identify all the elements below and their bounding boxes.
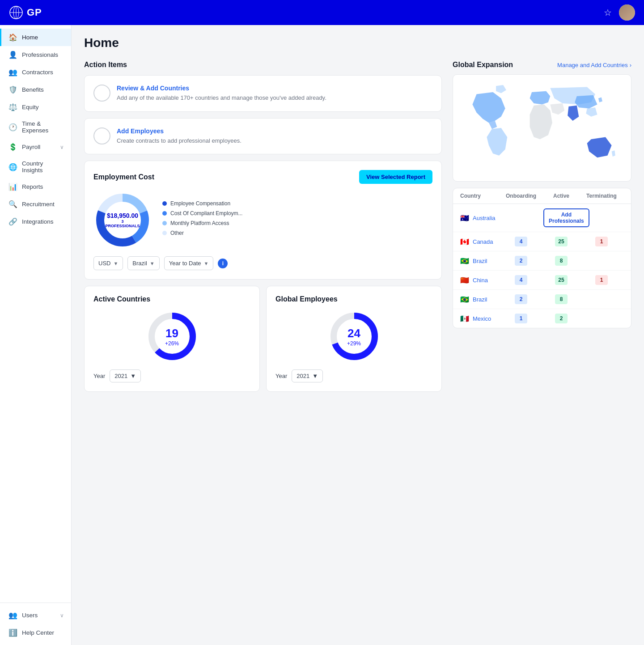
- sidebar-bottom: 👥 Users ∨ ℹ️ Help Center: [0, 603, 71, 641]
- active-countries-donut: 19 +26%: [145, 310, 199, 363]
- active-badge-brazil-2: 8: [555, 294, 568, 304]
- top-navigation: GP ☆: [0, 0, 644, 25]
- country-value: Brazil: [132, 260, 147, 267]
- professionals-icon: 👤: [8, 51, 17, 59]
- country-name-canada[interactable]: 🇨🇦 Canada: [460, 238, 499, 246]
- legend-item-3: Monthly Platform Access: [162, 220, 432, 226]
- active-badge-mexico: 2: [555, 314, 568, 323]
- country-name-australia[interactable]: 🇦🇺 Australia: [460, 214, 499, 222]
- country-table-header: Country Onboarding Active Terminating: [453, 188, 631, 204]
- legend-dot-4: [162, 231, 167, 235]
- flag-canada: 🇨🇦: [460, 238, 469, 246]
- view-report-button[interactable]: View Selected Report: [359, 170, 432, 184]
- col-onboarding: Onboarding: [499, 193, 543, 199]
- table-row: 🇲🇽 Mexico 1 2: [453, 309, 631, 328]
- active-china: 25: [543, 275, 579, 285]
- reports-icon: 📊: [8, 182, 17, 191]
- table-row: 🇨🇦 Canada 4 25 1: [453, 232, 631, 251]
- sidebar: 🏠 Home 👤 Professionals 👥 Contractors 🛡️ …: [0, 25, 72, 645]
- onboarding-canada: 4: [499, 237, 543, 246]
- country-table: Country Onboarding Active Terminating 🇦🇺…: [453, 188, 631, 328]
- employment-cost-dropdowns: USD ▼ Brazil ▼ Year to Date ▼ i: [93, 256, 432, 270]
- sidebar-item-payroll[interactable]: 💲 Payroll ∨: [0, 138, 71, 156]
- employment-cost-header: Employment Cost View Selected Report: [93, 170, 432, 184]
- main-content: Home Action Items Review & Add Countries…: [72, 25, 644, 645]
- add-professionals-button[interactable]: Add Professionals: [543, 208, 589, 227]
- onboarding-brazil-1: 2: [499, 256, 543, 266]
- manage-countries-link[interactable]: Manage and Add Countries ›: [557, 62, 631, 68]
- action-card-title-countries[interactable]: Review & Add Countries: [117, 85, 326, 92]
- sidebar-item-country-insights[interactable]: 🌐 Country Insights: [0, 156, 71, 178]
- terminating-china: 1: [579, 275, 624, 285]
- sidebar-item-recruitment[interactable]: 🔍 Recruitment: [0, 195, 71, 213]
- sidebar-item-professionals[interactable]: 👤 Professionals: [0, 46, 71, 64]
- country-insights-icon: 🌐: [8, 163, 17, 171]
- active-countries-title: Active Countries: [93, 295, 250, 303]
- time-expenses-icon: 🕐: [8, 123, 17, 132]
- terminating-badge-china: 1: [595, 275, 608, 285]
- onboarding-badge-brazil-2: 2: [515, 294, 527, 304]
- sidebar-item-equity[interactable]: ⚖️ Equity: [0, 98, 71, 116]
- legend-item-1: Employee Compensation: [162, 200, 432, 207]
- app-body: 🏠 Home 👤 Professionals 👥 Contractors 🛡️ …: [0, 25, 644, 645]
- legend-dot-2: [162, 211, 167, 216]
- global-employees-donut: 24 +29%: [327, 310, 381, 363]
- period-value: Year to Date: [169, 260, 201, 267]
- sidebar-item-users[interactable]: 👥 Users ∨: [0, 607, 71, 624]
- employment-cost-title: Employment Cost: [93, 173, 154, 181]
- legend-dot-1: [162, 201, 167, 206]
- logo[interactable]: GP: [9, 5, 42, 20]
- payroll-icon: 💲: [8, 143, 17, 151]
- country-dropdown[interactable]: Brazil ▼: [127, 256, 159, 270]
- info-button[interactable]: i: [218, 259, 228, 268]
- action-card-content-2: Add Employees Create contracts to add pr…: [117, 127, 242, 145]
- global-employees-change: +29%: [347, 340, 361, 347]
- action-card-content-1: Review & Add Countries Add any of the av…: [117, 85, 326, 102]
- active-mexico: 2: [543, 314, 579, 323]
- right-column: Global Expansion Manage and Add Countrie…: [453, 61, 631, 392]
- active-countries-year-select[interactable]: 2021 ▼: [110, 369, 141, 382]
- sidebar-item-help[interactable]: ℹ️ Help Center: [0, 624, 71, 641]
- world-map-svg: [460, 82, 624, 174]
- action-card-desc-countries: Add any of the available 170+ countries …: [117, 93, 326, 102]
- users-chevron-icon: ∨: [60, 612, 64, 619]
- active-badge-canada: 25: [555, 237, 568, 246]
- sidebar-item-reports[interactable]: 📊 Reports: [0, 178, 71, 195]
- col-country: Country: [460, 193, 499, 199]
- action-card-circle-2: [93, 127, 110, 144]
- home-icon: 🏠: [8, 33, 17, 42]
- onboarding-brazil-2: 2: [499, 294, 543, 304]
- avatar[interactable]: [619, 4, 635, 21]
- active-countries-year-row: Year 2021 ▼: [93, 369, 250, 382]
- table-row: 🇧🇷 Brazil 2 8: [453, 251, 631, 271]
- terminating-badge-canada: 1: [595, 237, 608, 246]
- country-name-mexico[interactable]: 🇲🇽 Mexico: [460, 314, 499, 323]
- equity-icon: ⚖️: [8, 103, 17, 111]
- currency-dropdown[interactable]: USD ▼: [93, 256, 123, 270]
- global-employees-year-label: Year: [275, 373, 287, 379]
- country-name-brazil-1[interactable]: 🇧🇷 Brazil: [460, 257, 499, 265]
- currency-value: USD: [98, 260, 110, 267]
- active-countries-year-label: Year: [93, 373, 105, 379]
- logo-icon: [9, 5, 23, 20]
- global-employees-year-select[interactable]: 2021 ▼: [292, 369, 323, 382]
- col-active: Active: [543, 193, 579, 199]
- period-dropdown[interactable]: Year to Date ▼: [164, 256, 214, 270]
- sidebar-item-integrations[interactable]: 🔗 Integrations: [0, 213, 71, 230]
- global-employees-donut-wrap: 24 +29%: [275, 310, 432, 363]
- legend-label-2: Cost Of Compliant Employm...: [170, 210, 242, 216]
- help-icon: ℹ️: [8, 628, 17, 637]
- country-name-china[interactable]: 🇨🇳 China: [460, 276, 499, 284]
- action-card-title-employees[interactable]: Add Employees: [117, 127, 242, 135]
- period-chevron-icon: ▼: [204, 261, 209, 266]
- sidebar-item-benefits[interactable]: 🛡️ Benefits: [0, 81, 71, 98]
- active-brazil-1: 8: [543, 256, 579, 266]
- country-name-brazil-2[interactable]: 🇧🇷 Brazil: [460, 295, 499, 304]
- sidebar-item-contractors[interactable]: 👥 Contractors: [0, 64, 71, 81]
- terminating-canada: 1: [579, 237, 624, 246]
- bottom-stats-cards: Active Countries 19 +26%: [84, 286, 442, 392]
- sidebar-item-home[interactable]: 🏠 Home: [0, 29, 71, 46]
- favorites-icon[interactable]: ☆: [604, 7, 612, 18]
- sidebar-item-time-expenses[interactable]: 🕐 Time & Expenses: [0, 116, 71, 138]
- logo-text: GP: [27, 7, 42, 18]
